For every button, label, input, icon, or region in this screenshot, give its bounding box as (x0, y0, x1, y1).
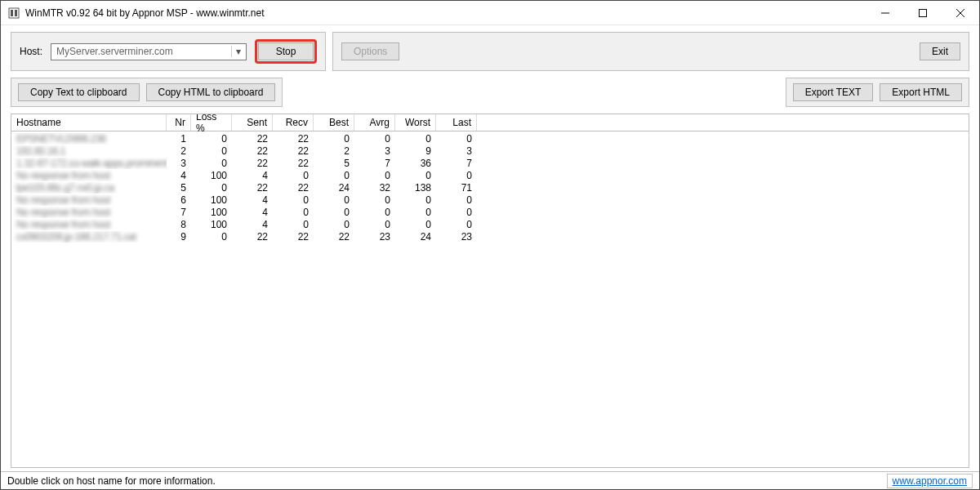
cell-worst: 36 (395, 158, 436, 169)
cell-recv: 22 (273, 182, 314, 194)
cell-best: 0 (314, 219, 354, 230)
table-row[interactable]: No response from host7100400000 (11, 206, 969, 218)
cell-worst: 0 (395, 194, 436, 206)
cell-nr: 9 (167, 231, 191, 243)
cell-sent: 22 (232, 158, 273, 169)
cell-recv: 0 (273, 194, 314, 206)
close-button[interactable] (942, 1, 979, 24)
col-spacer (477, 114, 969, 131)
table-row[interactable]: EPSNETVLD996.2361022220000 (11, 132, 969, 145)
host-combo[interactable]: MyServer.serverminer.com ▾ (51, 43, 247, 60)
cell-loss: 0 (191, 133, 232, 145)
status-text: Double click on host name for more infor… (7, 475, 216, 487)
table-row[interactable]: 192.60.16.12022222393 (11, 145, 969, 157)
table-row[interactable]: No response from host4100400000 (11, 169, 969, 181)
table-row[interactable]: 1.32-97-172.co-walk-apps.prominent.n…302… (11, 157, 969, 169)
app-window: WinMTR v0.92 64 bit by Appnor MSP - www.… (0, 0, 980, 490)
cell-best: 24 (314, 182, 354, 194)
col-last[interactable]: Last (436, 114, 477, 131)
cell-best: 0 (314, 133, 354, 145)
cell-avrg: 0 (354, 207, 395, 218)
cell-best: 2 (314, 145, 354, 157)
copy-text-button[interactable]: Copy Text to clipboard (18, 83, 140, 101)
cell-avrg: 3 (354, 145, 395, 157)
cell-hostname: 1.32-97-172.co-walk-apps.prominent.n… (11, 158, 167, 169)
cell-sent: 4 (232, 219, 273, 230)
svg-rect-3 (920, 9, 927, 16)
appnor-link[interactable]: www.appnor.com (893, 475, 967, 487)
table-row[interactable]: No response from host8100400000 (11, 218, 969, 230)
minimize-button[interactable] (866, 1, 904, 24)
cell-avrg: 0 (354, 133, 395, 145)
col-hostname[interactable]: Hostname (11, 114, 167, 131)
actions-row: Copy Text to clipboard Copy HTML to clip… (1, 78, 979, 114)
host-row: Host: MyServer.serverminer.com ▾ Stop Op… (1, 25, 979, 78)
cell-hostname: lpe103.86c.g7.nx0.jp.ca (11, 182, 167, 194)
cell-hostname: 192.60.16.1 (11, 145, 167, 157)
cell-avrg: 0 (354, 194, 395, 206)
cell-nr: 7 (167, 207, 191, 218)
cell-hostname: No response from host (11, 219, 167, 230)
app-icon (7, 7, 20, 20)
cell-last: 0 (436, 133, 477, 145)
col-avrg[interactable]: Avrg (354, 114, 395, 131)
cell-sent: 22 (232, 145, 273, 157)
stop-button[interactable]: Stop (258, 42, 314, 60)
cell-nr: 2 (167, 145, 191, 157)
chevron-down-icon: ▾ (231, 46, 244, 57)
cell-loss: 0 (191, 145, 232, 157)
svg-rect-2 (15, 10, 17, 16)
cell-best: 22 (314, 231, 354, 243)
cell-recv: 22 (273, 158, 314, 169)
titlebar-left: WinMTR v0.92 64 bit by Appnor MSP - www.… (7, 7, 265, 20)
cell-worst: 9 (395, 145, 436, 157)
export-text-button[interactable]: Export TEXT (793, 83, 873, 101)
col-nr[interactable]: Nr (167, 114, 191, 131)
col-worst[interactable]: Worst (395, 114, 436, 131)
table-row[interactable]: cx0903209.jp-186.217.71.cat9022222223242… (11, 230, 969, 243)
cell-nr: 1 (167, 133, 191, 145)
cell-nr: 5 (167, 182, 191, 194)
cell-hostname: No response from host (11, 170, 167, 181)
cell-hostname: EPSNETVLD996.236 (11, 133, 167, 145)
cell-loss: 100 (191, 194, 232, 206)
cell-best: 5 (314, 158, 354, 169)
cell-recv: 0 (273, 207, 314, 218)
cell-worst: 0 (395, 170, 436, 181)
col-sent[interactable]: Sent (232, 114, 273, 131)
cell-avrg: 0 (354, 219, 395, 230)
cell-avrg: 23 (354, 231, 395, 243)
cell-loss: 100 (191, 207, 232, 218)
copy-html-button[interactable]: Copy HTML to clipboard (146, 83, 276, 101)
stop-highlight: Stop (255, 39, 317, 64)
options-button[interactable]: Options (341, 42, 399, 60)
export-group: Export TEXT Export HTML (786, 78, 969, 107)
col-best[interactable]: Best (314, 114, 354, 131)
cell-worst: 0 (395, 207, 436, 218)
cell-best: 0 (314, 170, 354, 181)
cell-last: 23 (436, 231, 477, 243)
table-row[interactable]: lpe103.86c.g7.nx0.jp.ca502222243213871 (11, 181, 969, 194)
copy-group: Copy Text to clipboard Copy HTML to clip… (11, 78, 283, 107)
table-header: Hostname Nr Loss % Sent Recv Best Avrg W… (11, 114, 969, 131)
cell-last: 7 (436, 158, 477, 169)
cell-worst: 0 (395, 219, 436, 230)
maximize-button[interactable] (904, 1, 942, 24)
options-panel: Options Exit (332, 32, 969, 71)
cell-loss: 0 (191, 158, 232, 169)
cell-recv: 0 (273, 219, 314, 230)
cell-recv: 22 (273, 231, 314, 243)
cell-hostname: No response from host (11, 207, 167, 218)
table-row[interactable]: No response from host6100400000 (11, 194, 969, 206)
exit-button[interactable]: Exit (920, 42, 960, 60)
export-html-button[interactable]: Export HTML (880, 83, 962, 101)
col-loss[interactable]: Loss % (191, 114, 232, 131)
cell-sent: 4 (232, 170, 273, 181)
cell-avrg: 0 (354, 170, 395, 181)
cell-avrg: 32 (354, 182, 395, 194)
col-recv[interactable]: Recv (273, 114, 314, 131)
cell-last: 0 (436, 207, 477, 218)
host-label: Host: (20, 46, 42, 57)
exit-wrap: Exit (920, 42, 960, 60)
cell-hostname: No response from host (11, 194, 167, 206)
